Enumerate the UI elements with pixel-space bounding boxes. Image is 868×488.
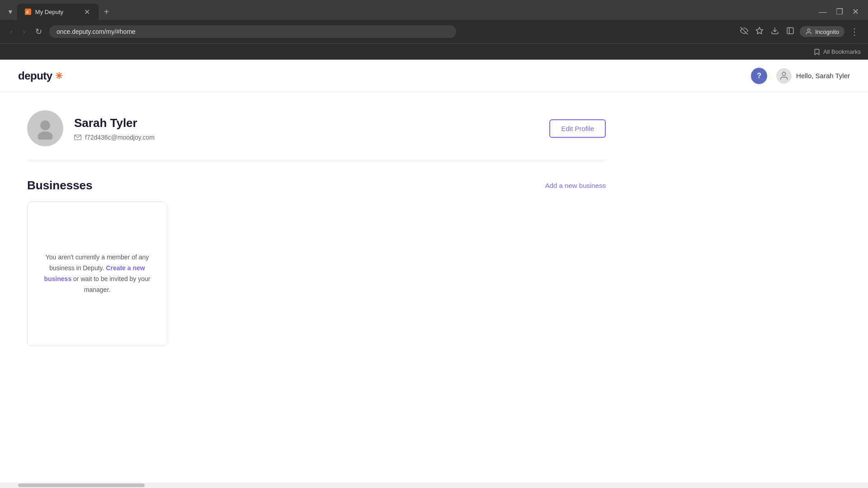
edit-profile-button[interactable]: Edit Profile — [549, 119, 606, 138]
tab-dropdown-btn[interactable]: ▼ — [4, 8, 17, 15]
business-empty-text: You aren't currently a member of any bus… — [41, 252, 153, 295]
email-icon — [74, 135, 81, 140]
svg-text:d: d — [26, 10, 28, 14]
svg-point-10 — [38, 131, 52, 140]
logo-text: deputy — [18, 70, 52, 82]
profile-name: Sarah Tyler — [74, 116, 155, 130]
tab-favicon: d — [24, 8, 32, 15]
address-bar-input[interactable] — [49, 25, 456, 38]
tab-close-btn[interactable]: ✕ — [83, 8, 91, 16]
sidebar-icon[interactable] — [784, 25, 796, 38]
profile-info: Sarah Tyler f72d436c@moodjoy.com — [74, 116, 155, 141]
browser-chrome: ▼ d My Deputy ✕ + — ❐ ✕ ‹ › ↻ — [0, 0, 868, 60]
profile-section: Sarah Tyler f72d436c@moodjoy.com Edit Pr… — [27, 110, 606, 160]
app-nav: deputy ✳ ? Hello, Sarah Tyler — [0, 60, 868, 92]
more-options-btn[interactable]: ⋮ — [848, 24, 861, 39]
businesses-title: Businesses — [27, 178, 93, 192]
user-avatar-small — [776, 68, 792, 84]
nav-refresh-btn[interactable]: ↻ — [33, 25, 45, 38]
window-restore-btn[interactable]: ❐ — [832, 5, 847, 19]
deputy-star-icon: ✳ — [55, 70, 63, 81]
empty-message-part2: or wait to be invited by your manager. — [73, 275, 150, 293]
new-tab-btn[interactable]: + — [99, 4, 115, 20]
business-empty-card: You aren't currently a member of any bus… — [27, 202, 167, 346]
svg-point-8 — [782, 72, 785, 75]
svg-point-7 — [808, 29, 810, 31]
deputy-logo: deputy ✳ — [18, 70, 63, 82]
profile-left: Sarah Tyler f72d436c@moodjoy.com — [27, 110, 155, 146]
nav-back-btn[interactable]: ‹ — [7, 25, 15, 38]
main-content: Sarah Tyler f72d436c@moodjoy.com Edit Pr… — [0, 92, 633, 364]
active-tab[interactable]: d My Deputy ✕ — [17, 4, 99, 20]
window-close-btn[interactable]: ✕ — [849, 5, 863, 19]
businesses-section: Businesses Add a new business You aren't… — [27, 178, 606, 346]
scrollbar-thumb[interactable] — [18, 483, 145, 487]
nav-forward-btn[interactable]: › — [20, 25, 28, 38]
incognito-label: Incognito — [815, 28, 839, 35]
user-greeting: Hello, Sarah Tyler — [796, 72, 850, 80]
user-info[interactable]: Hello, Sarah Tyler — [776, 68, 850, 84]
nav-right: ? Hello, Sarah Tyler — [751, 68, 850, 84]
bookmark-star-icon[interactable] — [754, 25, 765, 38]
svg-rect-5 — [787, 28, 793, 34]
all-bookmarks-label[interactable]: All Bookmarks — [823, 48, 861, 55]
scrollbar-area[interactable] — [0, 483, 868, 488]
app-container: deputy ✳ ? Hello, Sarah Tyler — [0, 60, 868, 488]
help-button[interactable]: ? — [751, 68, 767, 84]
businesses-header: Businesses Add a new business — [27, 178, 606, 192]
add-business-button[interactable]: Add a new business — [545, 182, 606, 189]
eyeoff-icon[interactable] — [738, 25, 750, 38]
profile-email-text: f72d436c@moodjoy.com — [85, 134, 155, 141]
incognito-badge: Incognito — [800, 26, 844, 37]
avatar — [27, 110, 63, 146]
window-minimize-btn[interactable]: — — [815, 5, 830, 19]
profile-email-row: f72d436c@moodjoy.com — [74, 134, 155, 141]
download-icon[interactable] — [769, 25, 781, 38]
svg-point-9 — [40, 121, 50, 131]
tab-title: My Deputy — [35, 9, 63, 15]
svg-marker-3 — [756, 28, 763, 34]
